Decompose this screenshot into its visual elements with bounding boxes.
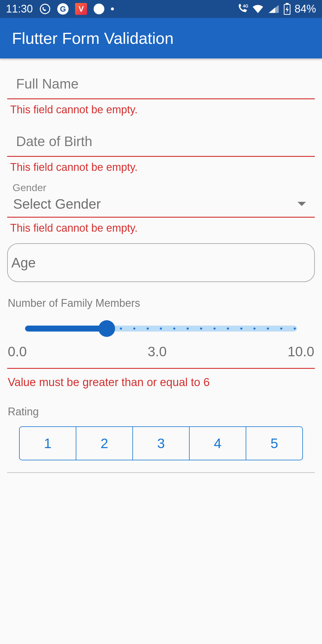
dob-placeholder: Date of Birth — [7, 124, 315, 156]
family-members-label: Number of Family Members — [7, 297, 315, 312]
slider-min-label: 0.0 — [8, 343, 27, 360]
battery-charging-icon — [283, 3, 291, 15]
rating-option-4[interactable]: 4 — [190, 427, 246, 460]
svg-text:4G: 4G — [243, 4, 248, 8]
dob-error: This field cannot be empty. — [7, 157, 315, 176]
svg-point-0 — [40, 4, 50, 14]
whatsapp-icon — [39, 3, 51, 15]
status-bar: 11:30 G V 4G 84% — [0, 0, 322, 18]
grammarly-icon: G — [57, 3, 69, 15]
rating-label: Rating — [7, 405, 315, 420]
more-dot-icon — [111, 7, 114, 10]
chevron-down-icon — [298, 202, 306, 206]
dob-field[interactable]: Date of Birth This field cannot be empty… — [7, 124, 315, 176]
battery-percentage: 84% — [295, 3, 316, 15]
full-name-error: This field cannot be empty. — [7, 99, 315, 118]
gender-placeholder: Select Gender — [13, 196, 101, 212]
slider-fill — [25, 326, 107, 332]
form-container: Full Name This field cannot be empty. Da… — [0, 58, 322, 481]
rating-option-2[interactable]: 2 — [76, 427, 133, 460]
slider-thumb[interactable] — [98, 320, 115, 337]
slider-current-label: 3.0 — [148, 343, 167, 360]
gender-label: Gender — [7, 182, 315, 196]
volte-icon: 4G — [236, 4, 248, 14]
gender-error: This field cannot be empty. — [7, 218, 315, 237]
page-title: Flutter Form Validation — [12, 29, 174, 47]
rating-underline — [7, 472, 315, 473]
rating-group: 1 2 3 4 5 — [19, 426, 303, 460]
rating-option-1[interactable]: 1 — [20, 427, 76, 460]
rating-option-5[interactable]: 5 — [246, 427, 302, 460]
wifi-icon — [252, 4, 264, 14]
age-placeholder: Age — [11, 255, 36, 270]
full-name-placeholder: Full Name — [7, 67, 315, 98]
age-field[interactable]: Age — [7, 243, 315, 282]
cellular-signal-icon — [268, 4, 280, 14]
svg-rect-3 — [286, 3, 289, 4]
app-bar: Flutter Form Validation — [0, 18, 322, 58]
rating-option-3[interactable]: 3 — [133, 427, 190, 460]
family-error: Value must be greater than or equal to 6 — [7, 369, 315, 405]
full-name-field[interactable]: Full Name This field cannot be empty. — [7, 67, 315, 118]
slider-max-label: 10.0 — [287, 343, 314, 360]
v-app-icon: V — [75, 3, 87, 15]
family-members-slider[interactable] — [7, 312, 315, 343]
notification-dot-icon — [94, 4, 104, 14]
gender-dropdown[interactable]: Gender Select Gender This field cannot b… — [7, 182, 315, 237]
status-time: 11:30 — [6, 3, 33, 15]
